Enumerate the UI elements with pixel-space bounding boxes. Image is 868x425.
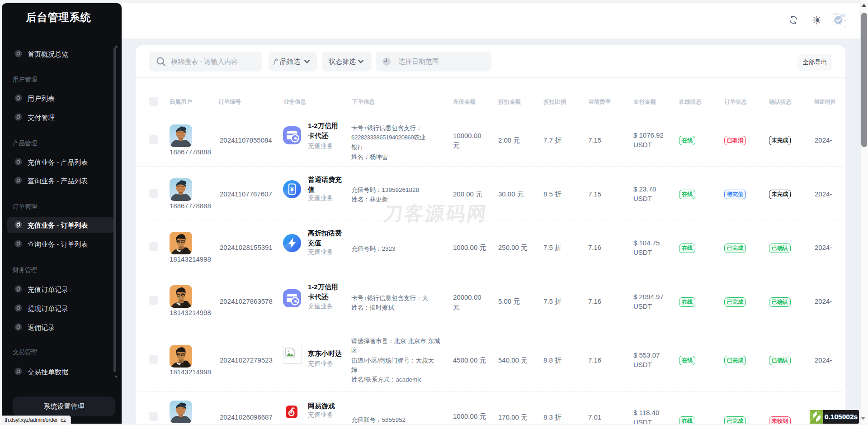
svg-text:¥: ¥ [290, 186, 294, 193]
